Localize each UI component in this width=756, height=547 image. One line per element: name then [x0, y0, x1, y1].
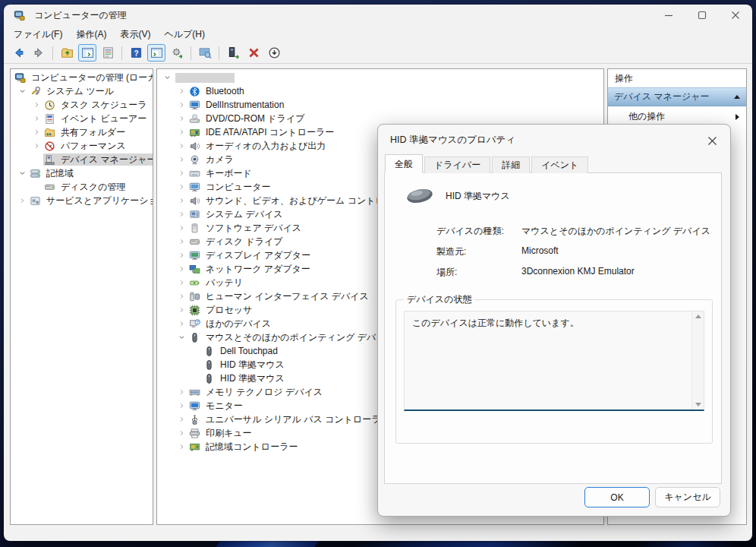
actions-group-device-manager[interactable]: デバイス マネージャー: [608, 87, 746, 106]
chevron-right-icon[interactable]: [175, 112, 188, 125]
console-tree-item-2[interactable]: タスク スケジューラ: [11, 98, 153, 112]
cancel-button[interactable]: キャンセル: [655, 487, 720, 507]
disable-device-button[interactable]: [265, 44, 283, 62]
console-tree-toggle-button[interactable]: [78, 44, 96, 62]
update-driver-button[interactable]: [224, 44, 242, 62]
chevron-right-icon[interactable]: [30, 99, 43, 111]
ok-button[interactable]: OK: [584, 487, 650, 507]
tree-item-label: システム ツール: [44, 84, 116, 98]
scroll-up-icon[interactable]: [695, 315, 701, 318]
up-level-button[interactable]: [58, 44, 76, 62]
tree-item-label: IDE ATA/ATAPI コントローラー: [203, 125, 336, 139]
device-item-2[interactable]: DellInstrumentation: [157, 98, 603, 112]
chevron-right-icon[interactable]: [175, 304, 188, 316]
chevron-right-icon[interactable]: [175, 153, 188, 166]
field-row: 製造元:Microsoft: [436, 245, 559, 258]
submenu-arrow-icon: [736, 114, 739, 120]
back-button[interactable]: [9, 44, 27, 62]
menu-action[interactable]: 操作(A): [69, 27, 113, 43]
console-tree-item-7[interactable]: 記憶域: [11, 166, 153, 180]
chevron-right-icon[interactable]: [175, 85, 188, 97]
help-button[interactable]: ?: [127, 44, 145, 62]
remote-view-button[interactable]: [196, 44, 214, 62]
console-tree-item-4[interactable]: 共有フォルダー: [11, 125, 153, 139]
field-value: 3Dconnexion KMJ Emulator: [521, 266, 635, 279]
chevron-right-icon[interactable]: [175, 290, 188, 302]
window-title: コンピューターの管理: [34, 9, 127, 22]
scroll-down-icon[interactable]: [695, 403, 701, 406]
status-scrollbar[interactable]: [691, 311, 704, 409]
software-device-icon: [188, 223, 201, 234]
chevron-right-icon[interactable]: [30, 140, 43, 152]
console-tree-item-8[interactable]: ディスクの管理: [11, 180, 153, 194]
action-pane-icon: [150, 46, 163, 59]
chevron-right-icon[interactable]: [175, 400, 188, 412]
console-tree-item-3[interactable]: イベント ビューアー: [11, 112, 153, 125]
console-tree-item-1[interactable]: システム ツール: [11, 84, 153, 98]
dialog-close-button[interactable]: [702, 131, 722, 150]
chevron-right-icon[interactable]: [175, 318, 188, 330]
console-tree-item-6[interactable]: デバイス マネージャー: [11, 153, 153, 166]
toolbar-separator: [52, 46, 53, 60]
tree-item-label: イベント ビューアー: [58, 112, 149, 125]
scan-hardware-button[interactable]: [168, 44, 186, 62]
chevron-right-icon[interactable]: [175, 194, 188, 207]
chevron-right-icon[interactable]: [175, 99, 188, 111]
chevron-right-icon[interactable]: [175, 413, 188, 425]
menu-file[interactable]: ファイル(F): [7, 27, 69, 43]
chevron-down-icon[interactable]: [175, 331, 188, 343]
chevron-right-icon[interactable]: [30, 126, 43, 138]
storage-icon: [29, 168, 42, 179]
console-tree-item-9[interactable]: サービスとアプリケーション: [11, 194, 153, 207]
tree-item-label: HID 準拠マウス: [218, 372, 287, 385]
chevron-down-icon[interactable]: [15, 167, 29, 179]
tab-details[interactable]: 詳細: [492, 157, 530, 173]
chevron-right-icon[interactable]: [175, 208, 188, 220]
tree-item-label: ほかのデバイス: [203, 317, 273, 330]
menu-view[interactable]: 表示(V): [113, 27, 157, 43]
tab-general[interactable]: 全般: [385, 154, 423, 173]
uninstall-device-button[interactable]: [244, 44, 263, 62]
chevron-right-icon[interactable]: [175, 236, 188, 248]
console-tree-item-5[interactable]: パフォーマンス: [11, 139, 153, 153]
chevron-right-icon[interactable]: [175, 140, 188, 152]
display-adapter-icon: [188, 250, 201, 261]
device-status-group: デバイスの状態 このデバイスは正常に動作しています。: [395, 293, 713, 444]
tree-item-label: DellInstrumentation: [203, 98, 286, 112]
tree-item-label: ディスク ドライブ: [203, 235, 285, 248]
chevron-right-icon[interactable]: [175, 167, 188, 179]
chevron-right-icon[interactable]: [175, 427, 188, 439]
forward-button[interactable]: [30, 44, 48, 62]
chevron-right-icon[interactable]: [175, 277, 188, 289]
maximize-button[interactable]: [685, 5, 719, 26]
chevron-right-icon[interactable]: [175, 441, 188, 453]
menu-help[interactable]: ヘルプ(H): [157, 27, 212, 43]
tree-item-label: デバイス マネージャー: [58, 153, 153, 166]
chevron-right-icon[interactable]: [15, 194, 29, 207]
chevron-right-icon[interactable]: [175, 263, 188, 275]
chevron-down-icon[interactable]: [160, 71, 174, 84]
chevron-right-icon[interactable]: [175, 249, 188, 261]
svg-text:?: ?: [196, 320, 199, 324]
device-item-0[interactable]: [157, 71, 603, 84]
camera-icon: [188, 154, 201, 166]
chevron-right-icon[interactable]: [175, 181, 188, 193]
performance-icon: [43, 141, 56, 152]
chevron-right-icon[interactable]: [175, 126, 188, 138]
minimize-button[interactable]: [652, 5, 685, 26]
chevron-right-icon[interactable]: [30, 112, 43, 125]
tree-item-label: パフォーマンス: [58, 139, 128, 153]
properties-button[interactable]: [99, 44, 117, 62]
tree-item-label: ソフトウェア デバイス: [203, 221, 304, 235]
action-pane-toggle-button[interactable]: [147, 44, 165, 62]
chevron-down-icon[interactable]: [15, 85, 29, 97]
close-button[interactable]: [719, 5, 752, 26]
chevron-right-icon[interactable]: [175, 386, 188, 398]
chevron-right-icon[interactable]: [175, 222, 188, 234]
print-queue-icon: [188, 428, 201, 439]
console-tree-item-0[interactable]: コンピューターの管理 (ローカル): [11, 71, 153, 84]
device-item-1[interactable]: Bluetooth: [157, 84, 603, 98]
tab-events[interactable]: イベント: [531, 157, 588, 173]
tree-item-label: Dell Touchpad: [218, 344, 280, 358]
tab-driver[interactable]: ドライバー: [424, 157, 490, 173]
